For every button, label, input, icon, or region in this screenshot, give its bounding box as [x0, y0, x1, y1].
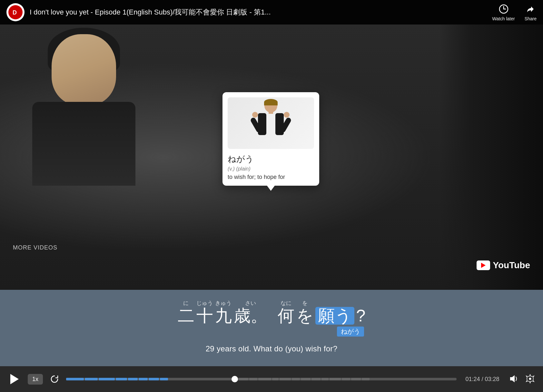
progress-thumb — [232, 376, 238, 382]
settings-button[interactable] — [525, 374, 535, 385]
top-actions: Watch later Share — [492, 3, 537, 21]
channel-logo[interactable]: D — [6, 3, 25, 21]
furi-kyuu: きゅう — [215, 299, 232, 307]
share-icon — [525, 3, 536, 15]
char-nani: 何 — [278, 307, 294, 325]
youtube-text: YouTube — [493, 260, 530, 270]
dict-word-type: (v.) (plain) — [228, 166, 314, 172]
furi-sai: さい — [245, 299, 256, 307]
play-button[interactable] — [8, 372, 21, 386]
char-negau-highlighted[interactable]: 願う — [315, 307, 354, 325]
replay-button[interactable] — [49, 374, 60, 384]
char-question: ? — [356, 307, 366, 325]
share-label: Share — [525, 16, 537, 21]
svg-marker-4 — [510, 375, 515, 382]
share-button[interactable]: Share — [525, 3, 537, 21]
dict-popup-image — [228, 97, 314, 149]
youtube-watermark: YouTube — [477, 260, 530, 270]
char-juu: 十 — [196, 307, 213, 325]
svg-point-5 — [529, 377, 531, 380]
english-subtitle: 29 years old. What do (you) wish for? — [6, 344, 537, 353]
settings-icon — [525, 374, 535, 384]
char-ni: 二 — [178, 307, 194, 325]
furi-juu: じゅう — [196, 299, 213, 307]
char-body — [32, 102, 135, 186]
top-bar: D I don't love you yet - Episode 1(Engli… — [0, 0, 543, 24]
controls-bar: 1x — [0, 366, 543, 392]
replay-icon — [49, 374, 60, 384]
video-area[interactable]: MORE VIDEOS YouTube — [0, 24, 543, 290]
speed-button[interactable]: 1x — [28, 374, 43, 385]
char-kyuu: 九 — [215, 307, 232, 325]
char-wo: を — [296, 307, 313, 325]
video-title: I don't love you yet - Episode 1(English… — [30, 7, 487, 17]
dict-word-japanese: ねがう — [228, 153, 314, 165]
svg-text:D: D — [13, 9, 17, 16]
char-sai: 歳。 — [234, 307, 267, 325]
progress-track[interactable] — [66, 378, 457, 380]
logo-inner: D — [8, 5, 23, 19]
time-display: 01:24 / 03:28 — [463, 376, 502, 383]
char-face — [52, 34, 116, 105]
play-icon — [10, 374, 19, 384]
furi-ni: に — [183, 299, 189, 307]
furi-nani: なに — [281, 299, 291, 307]
youtube-logo-icon — [477, 260, 490, 270]
volume-button[interactable] — [508, 374, 518, 385]
watch-later-icon — [498, 3, 509, 15]
video-background: MORE VIDEOS YouTube — [0, 24, 543, 290]
highlighted-reading: ねがう — [341, 328, 360, 335]
subtitle-area: に 二 じゅう 十 きゅう 九 さい 歳。 なに 何 を を — [0, 290, 543, 366]
volume-icon — [508, 374, 518, 384]
watch-later-button[interactable]: Watch later — [492, 3, 515, 21]
progress-container[interactable] — [66, 378, 457, 380]
dict-popup: ねがう (v.) (plain) to wish for; to hope fo… — [222, 92, 319, 186]
char-right-silhouette — [440, 24, 543, 290]
watch-later-label: Watch later — [492, 16, 515, 21]
furi-wo: を — [302, 299, 308, 307]
dict-definition: to wish for; to hope for — [228, 174, 314, 181]
more-videos-label: MORE VIDEOS — [13, 244, 57, 251]
